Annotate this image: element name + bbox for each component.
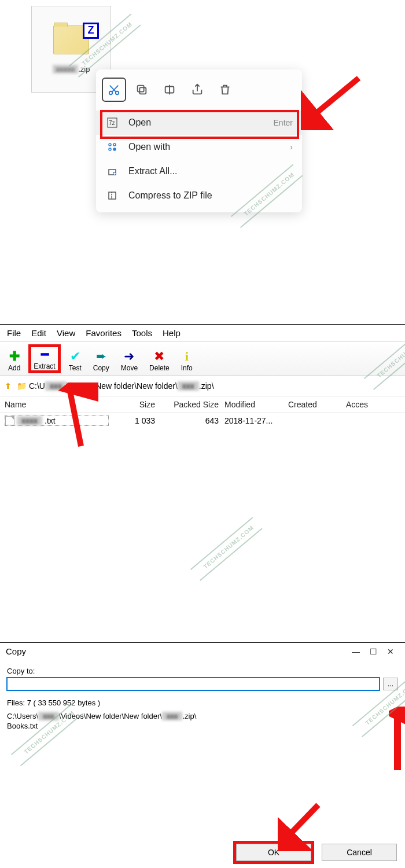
- header-access[interactable]: Acces: [346, 400, 400, 409]
- extract-icon: [105, 166, 119, 176]
- menubar: File Edit View Favorites Tools Help: [0, 325, 405, 341]
- share-icon[interactable]: [185, 78, 209, 102]
- red-arrow-3: [278, 799, 330, 851]
- close-icon[interactable]: ✕: [382, 647, 399, 656]
- toolbar-add[interactable]: ✚Add: [5, 348, 24, 373]
- toolbar: ✚Add ━Extract ✔Test ➨Copy ➜Move ✖Delete …: [0, 341, 405, 376]
- svg-line-16: [69, 388, 81, 446]
- toolbar-extract[interactable]: ━Extract: [28, 344, 60, 373]
- svg-rect-12: [109, 192, 116, 199]
- menu-open-with[interactable]: Open with ›: [96, 135, 302, 159]
- minimize-icon[interactable]: —: [347, 647, 365, 656]
- browse-button[interactable]: ...: [383, 678, 398, 690]
- toolbar-info[interactable]: iInfo: [178, 348, 196, 373]
- menu-compress-label: Compress to ZIP file: [128, 190, 212, 201]
- file-name-line: Books.txt: [7, 722, 398, 730]
- menu-open-label: Open: [128, 117, 151, 128]
- file-modified: 2018-11-27...: [224, 416, 288, 425]
- open-with-icon: [105, 142, 119, 152]
- header-modified[interactable]: Modified: [224, 400, 288, 409]
- toolbar-move[interactable]: ➜Move: [117, 348, 141, 373]
- svg-point-7: [109, 144, 111, 146]
- menu-open-with-label: Open with: [128, 142, 170, 152]
- menu-open[interactable]: 7z Open Enter: [96, 111, 302, 135]
- toolbar-copy[interactable]: ➨Copy: [90, 348, 113, 373]
- context-menu: 7z Open Enter Open with › Extract All...…: [96, 69, 302, 212]
- zip-filename: xxxxx.zip: [53, 65, 90, 73]
- menu-extract-all[interactable]: Extract All...: [96, 159, 302, 183]
- compress-icon: [105, 190, 119, 201]
- rename-icon[interactable]: [157, 78, 182, 102]
- context-toolbar: [96, 74, 302, 108]
- menu-help[interactable]: Help: [163, 328, 181, 338]
- svg-point-10: [113, 148, 116, 150]
- menu-edit[interactable]: Edit: [31, 328, 46, 338]
- svg-rect-2: [139, 87, 146, 94]
- delete-icon[interactable]: [213, 78, 237, 102]
- svg-line-18: [285, 805, 318, 840]
- files-info: Files: 7 ( 33 550 952 bytes ): [7, 698, 398, 707]
- 7z-icon: 7z: [105, 117, 119, 128]
- toolbar-test[interactable]: ✔Test: [65, 348, 85, 373]
- menu-file[interactable]: File: [7, 328, 21, 338]
- menu-open-shortcut: Enter: [274, 118, 293, 127]
- red-arrow-4: [389, 707, 405, 776]
- z-badge-icon: Z: [83, 23, 99, 39]
- menu-view[interactable]: View: [57, 328, 75, 338]
- file-path-line: C:\Users\xxx\Videos\New folder\New folde…: [7, 712, 398, 720]
- header-packed[interactable]: Packed Size: [161, 400, 224, 409]
- svg-point-8: [113, 144, 116, 146]
- svg-point-1: [116, 91, 119, 95]
- maximize-icon[interactable]: ☐: [365, 647, 382, 656]
- svg-point-9: [109, 148, 111, 150]
- cancel-button[interactable]: Cancel: [322, 844, 397, 861]
- svg-rect-3: [138, 86, 144, 92]
- file-size: 1 033: [109, 416, 161, 425]
- dialog-titlebar: Copy — ☐ ✕: [0, 643, 405, 660]
- svg-text:7z: 7z: [109, 120, 115, 126]
- chevron-right-icon: ›: [290, 142, 293, 152]
- header-size[interactable]: Size: [109, 400, 161, 409]
- menu-extract-all-label: Extract All...: [128, 166, 177, 176]
- menu-favorites[interactable]: Favorites: [86, 328, 122, 338]
- svg-line-14: [310, 78, 359, 119]
- menu-compress[interactable]: Compress to ZIP file: [96, 183, 302, 208]
- dialog-body: Copy to: ... Files: 7 ( 33 550 952 bytes…: [0, 660, 405, 738]
- svg-point-0: [109, 91, 113, 95]
- folder-icon: Z: [53, 25, 89, 54]
- up-icon[interactable]: ⬆: [5, 381, 12, 391]
- file-packed: 643: [161, 416, 224, 425]
- dialog-title: Copy: [6, 646, 26, 656]
- red-arrow-2: [58, 382, 98, 452]
- header-created[interactable]: Created: [288, 400, 346, 409]
- copy-icon[interactable]: [130, 78, 154, 102]
- cut-icon[interactable]: [102, 78, 126, 102]
- copy-to-input[interactable]: [7, 678, 380, 690]
- copy-to-label: Copy to:: [7, 667, 398, 675]
- red-arrow-1: [301, 72, 370, 130]
- toolbar-delete[interactable]: ✖Delete: [146, 348, 173, 373]
- menu-tools[interactable]: Tools: [132, 328, 152, 338]
